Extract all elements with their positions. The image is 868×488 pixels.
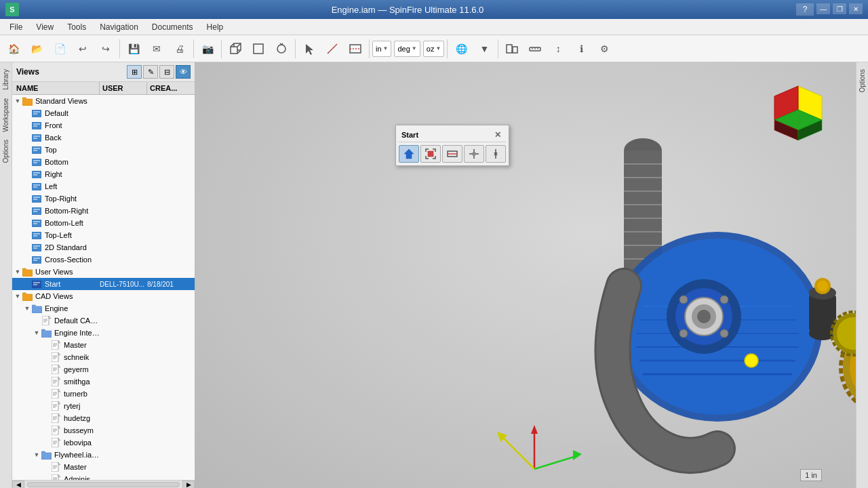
start-tool-explode[interactable]: [464, 145, 484, 163]
tree-item-engine-internal[interactable]: ▼Engine Internal...: [12, 327, 195, 339]
expander[interactable]: ▼: [14, 267, 22, 277]
tree-item-schneik[interactable]: schneik: [12, 351, 195, 363]
tree-content[interactable]: ▼Standard ViewsDefaultFrontBackTopBottom…: [12, 95, 195, 480]
tree-item-cross-section[interactable]: Cross-Section: [12, 253, 195, 266]
tree-item-top-left[interactable]: Top-Left: [12, 229, 195, 241]
toolbar-save[interactable]: 💾: [123, 38, 144, 60]
toolbar-section[interactable]: [344, 38, 366, 60]
toolbar-arrows[interactable]: ↕: [547, 38, 569, 60]
start-tool-section[interactable]: [442, 145, 462, 163]
toolbar-measure[interactable]: [321, 38, 343, 60]
unit-in-dropdown[interactable]: in ▼: [372, 41, 391, 57]
expander[interactable]: ▼: [14, 96, 22, 106]
sidebar-tab-options[interactable]: Options: [1, 136, 11, 167]
item-icon: [50, 401, 61, 411]
view-camera-icon[interactable]: 👁: [176, 65, 191, 79]
tree-item-front[interactable]: Front: [12, 119, 195, 131]
scroll-left-btn[interactable]: ◀: [12, 481, 24, 489]
scroll-right-btn[interactable]: ▶: [182, 481, 195, 489]
menu-help[interactable]: Help: [200, 21, 231, 33]
unit-oz-dropdown[interactable]: oz ▼: [423, 41, 445, 57]
toolbar-redo[interactable]: ↪: [95, 38, 117, 60]
toolbar-new[interactable]: 📄: [49, 38, 71, 60]
close-button[interactable]: ✕: [849, 3, 863, 14]
tree-item-2d-standard[interactable]: 2D Standard: [12, 241, 195, 253]
tree-item-engine[interactable]: ▼Engine: [12, 302, 195, 314]
tree-item-hudetzg[interactable]: hudetzg: [12, 412, 195, 424]
expander[interactable]: ▼: [23, 304, 31, 313]
toolbar-cam[interactable]: 📷: [197, 38, 218, 60]
item-icon: [50, 340, 61, 350]
toolbar-view-ext[interactable]: [501, 38, 523, 60]
horizontal-scrollbar[interactable]: ◀ ▶: [12, 480, 195, 488]
view-sort-icon[interactable]: ⊟: [159, 65, 174, 79]
tree-item-bottom-left[interactable]: Bottom-Left: [12, 217, 195, 229]
item-icon: [31, 193, 42, 204]
tree-item-master2[interactable]: Master: [12, 461, 195, 473]
item-icon: [31, 279, 42, 289]
tree-item-lebovipa[interactable]: lebovipa: [12, 436, 195, 449]
start-tool-fit[interactable]: [420, 145, 441, 163]
tree-item-geyerm[interactable]: geyerm: [12, 363, 195, 375]
tree-item-cad-views[interactable]: ▼CAD Views: [12, 290, 195, 302]
minimize-button[interactable]: —: [816, 3, 830, 14]
restore-button[interactable]: ❐: [833, 3, 846, 14]
expander[interactable]: ▼: [33, 450, 41, 460]
tree-item-busseym[interactable]: busseym: [12, 424, 195, 436]
sidebar-tab-workspace[interactable]: Workspase: [1, 94, 11, 136]
unit-deg-dropdown[interactable]: deg ▼: [394, 41, 420, 57]
menu-tools[interactable]: Tools: [60, 21, 93, 33]
tree-item-right[interactable]: Right: [12, 168, 195, 180]
tree-item-user-views[interactable]: ▼User Views: [12, 266, 195, 278]
menu-navigation[interactable]: Navigation: [93, 21, 145, 33]
orientation-cube[interactable]: [768, 83, 829, 144]
toolbar-mail[interactable]: ✉: [146, 38, 167, 60]
toolbar-settings[interactable]: ⚙: [593, 38, 615, 60]
toolbar-home[interactable]: 🏠: [3, 38, 24, 60]
view-grid-icon[interactable]: ⊞: [127, 65, 142, 79]
viewport[interactable]: Start ✕: [195, 62, 856, 488]
toolbar-2d[interactable]: [248, 38, 269, 60]
menu-file[interactable]: File: [3, 21, 29, 33]
toolbar-open[interactable]: 📂: [26, 38, 47, 60]
toolbar-info[interactable]: ℹ: [570, 38, 592, 60]
toolbar-rotate[interactable]: [271, 38, 292, 60]
item-icon: [31, 157, 42, 167]
tree-item-flywheel[interactable]: ▼Flywheel.iam:1: [12, 449, 195, 461]
help-button[interactable]: ?: [796, 3, 814, 16]
tree-item-top-right[interactable]: Top-Right: [12, 192, 195, 205]
tree-item-default-cad-vi[interactable]: Default CAD Vi...: [12, 314, 195, 327]
menu-view[interactable]: View: [29, 21, 60, 33]
tree-item-turnerb[interactable]: turnerb: [12, 388, 195, 400]
tree-item-top[interactable]: Top: [12, 144, 195, 156]
toolbar-select[interactable]: [298, 38, 320, 60]
tree-item-bottom-right[interactable]: Bottom-Right: [12, 205, 195, 217]
view-edit-icon[interactable]: ✎: [143, 65, 158, 79]
tree-item-administrator[interactable]: Administrator: [12, 473, 195, 480]
item-label: Master: [62, 341, 100, 349]
tree-item-standard-views[interactable]: ▼Standard Views: [12, 95, 195, 107]
expander[interactable]: ▼: [33, 328, 41, 338]
toolbar-print[interactable]: 🖨: [169, 38, 191, 60]
tree-item-back[interactable]: Back: [12, 131, 195, 144]
toolbar-3d[interactable]: [224, 38, 246, 60]
scroll-track[interactable]: [27, 482, 180, 487]
toolbar-undo[interactable]: ↩: [72, 38, 94, 60]
toolbar-sphere[interactable]: 🌐: [450, 38, 472, 60]
tree-item-bottom[interactable]: Bottom: [12, 156, 195, 168]
expander[interactable]: ▼: [14, 291, 22, 301]
sidebar-tab-options-right[interactable]: Options: [857, 65, 867, 96]
tree-item-default[interactable]: Default: [12, 107, 195, 119]
toolbar-dropdown-extra[interactable]: ▼: [473, 38, 495, 60]
toolbar-measure2[interactable]: [524, 38, 546, 60]
tree-item-start[interactable]: StartDELL-7510U...8/18/201: [12, 278, 195, 290]
menu-documents[interactable]: Documents: [145, 21, 200, 33]
tree-item-left[interactable]: Left: [12, 180, 195, 192]
sidebar-tab-library[interactable]: Library: [1, 65, 11, 94]
tree-item-master[interactable]: Master: [12, 339, 195, 351]
start-popup-close[interactable]: ✕: [492, 129, 503, 140]
tree-item-ryterj[interactable]: ryterj: [12, 400, 195, 412]
start-tool-compress[interactable]: [486, 145, 506, 163]
start-tool-home[interactable]: [399, 145, 419, 163]
tree-item-smithga[interactable]: smithga: [12, 375, 195, 388]
